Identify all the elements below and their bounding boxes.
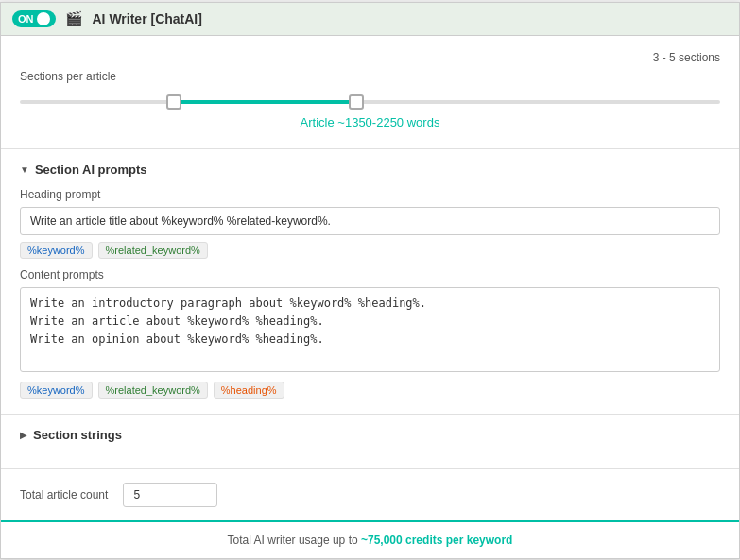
ai-prompts-block: ▼ Section AI prompts Heading prompt %key… — [1, 149, 739, 415]
slider-track — [20, 100, 720, 104]
heading-prompt-group: Heading prompt %keyword% %related_keywor… — [20, 188, 720, 259]
article-count-label: Total article count — [20, 488, 108, 501]
page-title: AI Writer [ChatAI] — [93, 11, 202, 26]
title-icon: 🎬 — [65, 10, 83, 27]
slider-fill — [174, 100, 356, 104]
power-toggle[interactable]: ON — [12, 10, 56, 27]
content-prompts-label: Content prompts — [20, 268, 720, 281]
article-count-input[interactable] — [123, 483, 217, 507]
sections-slider[interactable] — [20, 93, 720, 111]
ai-prompts-header[interactable]: ▼ Section AI prompts — [20, 162, 720, 177]
slider-thumb-left[interactable] — [166, 94, 181, 110]
word-count-label: Article ~1350-2250 words — [20, 115, 720, 129]
section-strings-chevron: ▶ — [20, 430, 27, 440]
sections-per-article-block: 3 - 5 sections Sections per article Arti… — [1, 36, 739, 149]
ai-prompts-chevron: ▼ — [20, 164, 29, 175]
footer-highlight: ~75,000 credits per keyword — [361, 534, 512, 547]
sections-count-label: 3 - 5 sections — [20, 51, 720, 64]
heading-prompt-label: Heading prompt — [20, 188, 720, 201]
content-tag-keyword[interactable]: %keyword% — [20, 382, 93, 399]
content-tag-related[interactable]: %related_keyword% — [98, 382, 208, 399]
main-content: 3 - 5 sections Sections per article Arti… — [1, 36, 739, 558]
slider-thumb-right[interactable] — [349, 94, 364, 110]
main-window: ON 🎬 AI Writer [ChatAI] 3 - 5 sections S… — [0, 2, 740, 559]
toggle-circle — [37, 12, 50, 25]
heading-tag-related[interactable]: %related_keyword% — [98, 242, 208, 259]
content-prompts-group: Content prompts Write an introductory pa… — [20, 268, 720, 399]
footer: Total AI writer usage up to ~75,000 cred… — [1, 522, 739, 558]
ai-prompts-title: Section AI prompts — [35, 162, 147, 177]
sections-per-article-label: Sections per article — [20, 70, 720, 83]
title-bar: ON 🎬 AI Writer [ChatAI] — [1, 3, 739, 36]
heading-tags-row: %keyword% %related_keyword% — [20, 242, 720, 259]
section-strings-block: ▶ Section strings — [1, 415, 739, 469]
heading-prompt-input[interactable] — [20, 207, 720, 235]
toggle-label: ON — [18, 13, 34, 25]
content-tags-row: %keyword% %related_keyword% %heading% — [20, 382, 720, 399]
article-count-row: Total article count — [1, 469, 739, 522]
content-prompts-textarea[interactable]: Write an introductory paragraph about %k… — [20, 287, 720, 372]
content-tag-heading[interactable]: %heading% — [214, 382, 284, 399]
footer-text: Total AI writer usage up to — [228, 534, 361, 547]
section-strings-title: Section strings — [33, 428, 122, 442]
section-strings-header[interactable]: ▶ Section strings — [20, 428, 720, 442]
heading-tag-keyword[interactable]: %keyword% — [20, 242, 93, 259]
